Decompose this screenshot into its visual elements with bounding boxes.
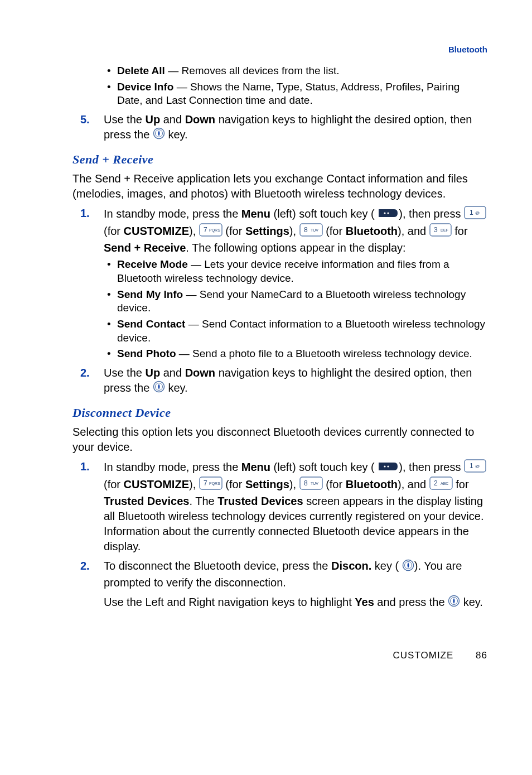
step-bold: Down bbox=[185, 113, 215, 126]
svg-text:8: 8 bbox=[304, 479, 308, 487]
svg-text:PQRS: PQRS bbox=[209, 228, 220, 233]
key-8-icon: 8TUV bbox=[299, 223, 323, 240]
step-text: ), then press bbox=[399, 461, 464, 473]
send-receive-steps: 1. In standby mode, press the Menu (left… bbox=[72, 206, 487, 397]
key-7-icon: 7PQRS bbox=[199, 223, 223, 240]
svg-text:7: 7 bbox=[204, 479, 207, 487]
svg-text:3: 3 bbox=[434, 226, 438, 234]
step-bold: Up bbox=[145, 113, 160, 126]
step-text: (left) soft touch key ( bbox=[270, 208, 375, 220]
bullet-bold: Send Photo bbox=[117, 348, 176, 359]
section-intro: Selecting this option lets you disconnec… bbox=[72, 425, 487, 455]
bullet-receive-mode: Receive Mode — Lets your device receive … bbox=[117, 258, 487, 285]
center-key-icon bbox=[153, 381, 165, 397]
page-header-label: Bluetooth bbox=[72, 45, 487, 54]
svg-text:PQRS: PQRS bbox=[209, 482, 220, 486]
svg-text:1: 1 bbox=[470, 209, 473, 216]
svg-point-2 bbox=[384, 213, 386, 214]
step-bold: CUSTOMIZE bbox=[124, 478, 189, 490]
step-number: 1. bbox=[80, 206, 90, 221]
step-text: (for bbox=[323, 478, 346, 490]
bullet-delete-all: Delete All — Removes all devices from th… bbox=[117, 64, 487, 78]
step-text: key ( bbox=[371, 560, 399, 572]
step-bold: Send + Receive bbox=[104, 242, 186, 254]
step-number: 1. bbox=[80, 459, 90, 474]
step-text: ), bbox=[289, 478, 299, 490]
step-text: (left) soft touch key ( bbox=[270, 461, 375, 473]
step-text: (for bbox=[223, 225, 245, 237]
svg-point-19 bbox=[388, 466, 389, 468]
step-bold: Yes bbox=[355, 596, 374, 608]
step-text: Use the bbox=[104, 113, 145, 126]
step-text: ), bbox=[189, 478, 199, 490]
svg-point-3 bbox=[388, 213, 389, 214]
center-key-icon bbox=[402, 559, 414, 575]
page-footer: CUSTOMIZE 86 bbox=[72, 650, 487, 661]
svg-text:@: @ bbox=[475, 210, 480, 215]
list-item: Delete All — Removes all devices from th… bbox=[104, 64, 487, 108]
key-2-icon: 2ABC bbox=[429, 476, 453, 494]
svg-text:TUV: TUV bbox=[311, 482, 318, 485]
page: Bluetooth Delete All — Removes all devic… bbox=[0, 0, 532, 683]
step-text: key. bbox=[168, 128, 187, 141]
bullet-bold: Device Info bbox=[117, 81, 173, 93]
step-bold: Bluetooth bbox=[346, 225, 398, 237]
step-text: ), bbox=[189, 225, 199, 237]
step-text: ), and bbox=[398, 478, 429, 490]
step-text: ), bbox=[289, 225, 299, 237]
bullet-text: — Send a photo file to a Bluetooth wirel… bbox=[176, 348, 472, 359]
step-text: for bbox=[452, 225, 468, 237]
svg-text:1: 1 bbox=[470, 462, 473, 470]
step-text: key. bbox=[460, 596, 483, 608]
step-1: 1. In standby mode, press the Menu (left… bbox=[104, 206, 487, 361]
step-number: 2. bbox=[80, 559, 90, 574]
step-bold: Down bbox=[185, 367, 215, 379]
step-bold: CUSTOMIZE bbox=[124, 225, 189, 237]
step-text: and bbox=[160, 113, 185, 126]
step-text: and bbox=[160, 367, 185, 379]
svg-text:ABC: ABC bbox=[441, 482, 448, 485]
step-text: ), and bbox=[398, 225, 429, 237]
step-text: ), then press bbox=[399, 208, 464, 220]
section-send-receive-heading: Send + Receive bbox=[72, 152, 487, 167]
section-intro: The Send + Receive application lets you … bbox=[72, 171, 487, 201]
bullet-send-my-info: Send My Info — Send your NameCard to a B… bbox=[117, 288, 487, 315]
step-bold: Settings bbox=[245, 225, 289, 237]
step-text: Use the bbox=[104, 367, 145, 379]
bullet-bold: Send My Info bbox=[117, 288, 183, 300]
key-1-icon: 1@ bbox=[464, 206, 486, 223]
svg-text:DEF: DEF bbox=[441, 228, 448, 232]
footer-section: CUSTOMIZE bbox=[393, 650, 454, 661]
step-text: (for bbox=[104, 225, 124, 237]
step-text: In standby mode, press the bbox=[104, 461, 241, 473]
softkey-icon bbox=[378, 460, 399, 475]
svg-text:2: 2 bbox=[434, 479, 438, 487]
key-3-icon: 3DEF bbox=[429, 223, 452, 240]
step-bold: Settings bbox=[245, 478, 289, 490]
key-7-icon: 7PQRS bbox=[199, 476, 223, 494]
key-1-icon: 1@ bbox=[464, 459, 486, 476]
step-bold: Bluetooth bbox=[346, 478, 398, 490]
bullet-bold: Send Contact bbox=[117, 318, 185, 330]
step-text: (for bbox=[323, 225, 346, 237]
bullet-bold: Receive Mode bbox=[117, 258, 188, 270]
top-continuation-list: Delete All — Removes all devices from th… bbox=[72, 64, 487, 143]
step-number: 2. bbox=[80, 365, 90, 381]
footer-page-number: 86 bbox=[476, 650, 487, 661]
step-bold: Menu bbox=[241, 208, 270, 220]
step-number: 5. bbox=[80, 112, 90, 127]
bullet-device-info: Device Info — Shows the Name, Type, Stat… bbox=[117, 80, 487, 108]
step-1: 1. In standby mode, press the Menu (left… bbox=[104, 459, 487, 554]
step-text: and press the bbox=[374, 596, 448, 608]
svg-text:7: 7 bbox=[204, 226, 207, 234]
step-text: . The bbox=[189, 495, 217, 507]
step-text: To disconnect the Bluetooth device, pres… bbox=[104, 560, 331, 572]
step-text: (for bbox=[223, 478, 245, 490]
step-2: 2. Use the Up and Down navigation keys t… bbox=[104, 365, 487, 397]
svg-point-18 bbox=[384, 466, 386, 468]
step-bold: Up bbox=[145, 367, 160, 379]
step-bold: Discon. bbox=[331, 560, 371, 572]
section-disconnect-heading: Disconnect Device bbox=[72, 406, 487, 420]
step-bold: Menu bbox=[241, 461, 270, 473]
step-bold: Trusted Devices bbox=[217, 495, 303, 507]
